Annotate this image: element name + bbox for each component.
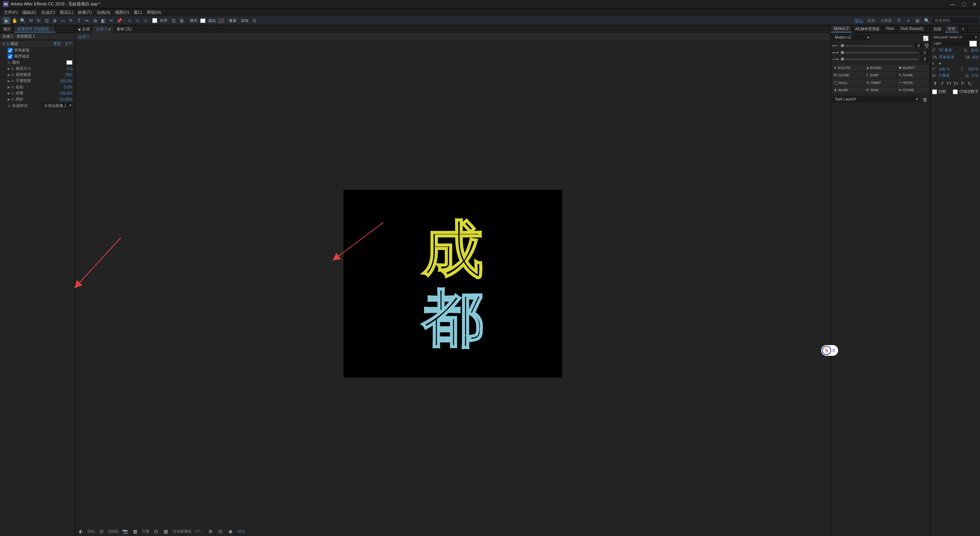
- region-icon[interactable]: ⊡: [153, 528, 159, 535]
- footage-tab[interactable]: 素材 (无): [113, 25, 135, 33]
- fx-collapse-icon[interactable]: ▼: [2, 42, 5, 46]
- ws-small[interactable]: 小屏幕: [879, 18, 893, 23]
- stopwatch-icon[interactable]: ⊙: [11, 85, 14, 89]
- stopwatch-icon[interactable]: ⊙: [11, 91, 14, 95]
- rect-tool-icon[interactable]: ▭: [59, 17, 66, 24]
- smallcaps-button[interactable]: Tᴛ: [953, 81, 959, 87]
- ws-more-icon[interactable]: »: [905, 17, 912, 24]
- stopwatch-icon[interactable]: ⊙: [11, 97, 14, 101]
- motion-btn-blend[interactable]: ⬗BLEND: [865, 65, 896, 71]
- ws-default[interactable]: 默认: [855, 18, 863, 23]
- stroke-px[interactable]: - 像素: [225, 18, 238, 23]
- paint-style-dropdown[interactable]: 在原始图像上: [42, 103, 72, 109]
- maximize-button[interactable]: □: [962, 1, 965, 7]
- comp-tab-active[interactable]: 合成 1 ≡: [93, 25, 113, 33]
- tri-icon[interactable]: ▶: [8, 79, 10, 83]
- effect-controls-tab[interactable]: 效果控件 形状图层...: [14, 25, 56, 33]
- stopwatch-icon[interactable]: ⊙: [11, 79, 14, 83]
- tab-paragraph[interactable]: 段落: [931, 25, 945, 33]
- mask-icon[interactable]: ◉: [227, 528, 234, 535]
- guides-icon[interactable]: ⊡: [217, 528, 224, 535]
- search-icon[interactable]: 🔍: [923, 17, 930, 24]
- val-opac[interactable]: 100.0%: [59, 79, 72, 83]
- vscale[interactable]: 100 %: [939, 67, 950, 71]
- italic-button[interactable]: T: [939, 81, 945, 87]
- slider-1-val[interactable]: 0: [915, 43, 922, 48]
- task-launch-dropdown[interactable]: Task Launch: [832, 96, 919, 102]
- zoom-tool-icon[interactable]: 🔍: [19, 17, 26, 24]
- pan-behind-tool-icon[interactable]: ⊕: [51, 17, 58, 24]
- val-brush[interactable]: 5.0: [67, 67, 72, 71]
- tab-duik[interactable]: Duik Bassel(): [898, 25, 927, 33]
- grid-icon[interactable]: ⊞: [207, 528, 214, 535]
- color-swatch[interactable]: [66, 60, 72, 65]
- camera-tool-icon[interactable]: ⊡: [43, 17, 50, 24]
- tab-character[interactable]: 字符: [945, 25, 959, 33]
- snap-checkbox[interactable]: [152, 18, 157, 23]
- clone-tool-icon[interactable]: ⧉: [92, 17, 99, 24]
- slider-3-val[interactable]: 0: [921, 57, 929, 62]
- stopwatch-icon[interactable]: ⊙: [11, 73, 14, 77]
- tab-script-mgr[interactable]: AE脚本管理器: [852, 25, 883, 33]
- close-button[interactable]: ✕: [972, 1, 977, 7]
- eraser-tool-icon[interactable]: ◧: [100, 17, 107, 24]
- menu-window[interactable]: 窗口: [132, 9, 145, 16]
- minimize-button[interactable]: —: [950, 1, 955, 7]
- rotate-tool-icon[interactable]: ↻: [35, 17, 42, 24]
- world-axis-icon[interactable]: ⊹: [134, 17, 141, 24]
- paragraph-dropdown[interactable]: ▾: [939, 61, 941, 66]
- view-axis-icon[interactable]: ⊹: [142, 17, 149, 24]
- ws-lib[interactable]: 库: [896, 18, 903, 23]
- fill-label[interactable]: 填充: [188, 18, 199, 23]
- font-size[interactable]: 50 像素: [939, 48, 952, 53]
- add-dropdown-icon[interactable]: ⊙: [251, 17, 258, 24]
- res-icon[interactable]: ⊡: [98, 528, 105, 535]
- comp-viewer[interactable]: 成 都: [75, 41, 830, 527]
- text-tool-icon[interactable]: T: [76, 17, 82, 24]
- menu-view[interactable]: 视图(V): [113, 9, 132, 16]
- project-tab[interactable]: 项目: [0, 25, 14, 33]
- motion-btn-name[interactable]: ✎NAME: [897, 72, 929, 78]
- add-label[interactable]: 添加: [239, 18, 250, 23]
- hand-tool-icon[interactable]: ✋: [11, 17, 18, 24]
- menu-help[interactable]: 帮助(H): [145, 9, 163, 16]
- anchor-z-icon[interactable]: ⟶: [832, 57, 839, 62]
- val-start[interactable]: 0.0%: [64, 85, 72, 89]
- puppet-tool-icon[interactable]: 📌: [116, 17, 123, 24]
- tracking[interactable]: 400: [972, 55, 978, 59]
- tab-motion2[interactable]: Motion 2: [831, 25, 852, 33]
- motion-btn-null[interactable]: ◯NULL: [832, 79, 864, 86]
- cb-all-masks[interactable]: [8, 48, 13, 53]
- font-family-dropdown[interactable]: Microsoft YaHei UI: [932, 35, 978, 40]
- slider-1[interactable]: [841, 45, 913, 46]
- brush-tool-icon[interactable]: ✏: [84, 17, 90, 24]
- motion-graph-icon[interactable]: 📈: [923, 36, 929, 41]
- bold-button[interactable]: T: [932, 81, 938, 87]
- channel-icon[interactable]: ▦: [132, 528, 139, 535]
- cam-dropdown[interactable]: 活动摄像机: [173, 529, 192, 534]
- motion-btn-stare[interactable]: ✦STARE: [897, 87, 929, 93]
- motion-btn-warp[interactable]: ⬍WARP: [832, 87, 864, 93]
- cb-seq-stroke[interactable]: [8, 54, 13, 59]
- cur-frame[interactable]: 00065: [108, 529, 119, 534]
- tab-more-icon[interactable]: »: [959, 25, 968, 33]
- motion-version-dropdown[interactable]: Motion v2: [832, 35, 871, 40]
- snapshot-icon[interactable]: 📷: [122, 528, 129, 535]
- motion-btn-jump[interactable]: ⤴JUMP: [865, 72, 896, 78]
- menu-file[interactable]: 文件(F): [2, 9, 20, 16]
- transp-icon[interactable]: ▦: [163, 528, 169, 535]
- menu-anim[interactable]: 动画(A): [94, 9, 113, 16]
- superscript-button[interactable]: T¹: [960, 81, 966, 87]
- text-color-swatch[interactable]: [969, 41, 977, 47]
- menu-comp[interactable]: 合成(C): [39, 9, 58, 16]
- anchor-icon[interactable]: ⚲: [925, 43, 929, 49]
- res-dropdown[interactable]: 完整: [142, 529, 150, 534]
- motion-btn-orbit[interactable]: ⟲ORBIT: [865, 79, 896, 86]
- val-hard[interactable]: 79%: [65, 73, 72, 77]
- menu-edit[interactable]: 编辑(E): [20, 9, 39, 16]
- fx-toggle-icon[interactable]: fx: [7, 42, 10, 46]
- hindi-checkbox[interactable]: [953, 89, 958, 94]
- views-dropdown[interactable]: 1个...: [195, 529, 204, 534]
- search-input[interactable]: [932, 18, 978, 23]
- hscale[interactable]: 100 %: [968, 67, 978, 71]
